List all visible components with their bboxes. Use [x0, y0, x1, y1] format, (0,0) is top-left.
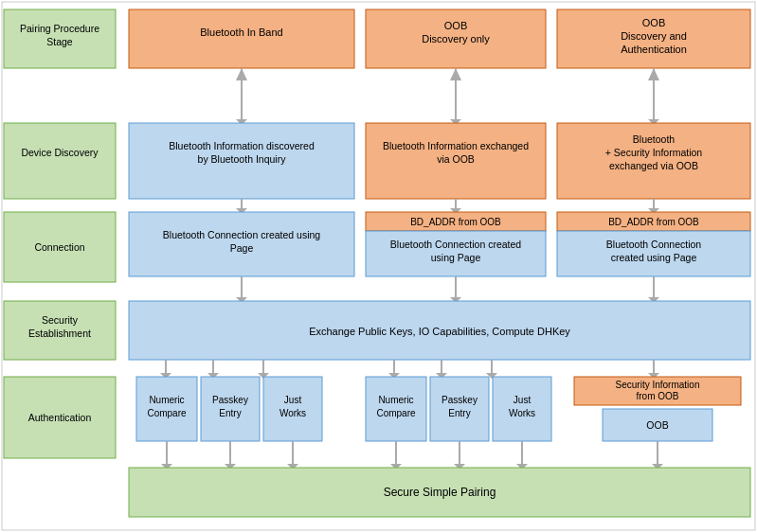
svg-text:Numeric: Numeric — [378, 395, 413, 405]
svg-text:OOB: OOB — [444, 20, 467, 31]
svg-text:Bluetooth Information discover: Bluetooth Information discovered — [169, 140, 315, 151]
svg-text:OOB: OOB — [646, 419, 668, 431]
svg-text:Bluetooth Connection: Bluetooth Connection — [606, 239, 702, 250]
svg-text:+ Security Information: + Security Information — [605, 147, 703, 158]
svg-text:BD_ADDR from OOB: BD_ADDR from OOB — [410, 217, 501, 227]
svg-text:from OOB: from OOB — [636, 391, 678, 401]
svg-text:Entry: Entry — [448, 408, 470, 418]
svg-text:Security: Security — [42, 314, 79, 326]
svg-text:Authentication: Authentication — [621, 44, 687, 55]
svg-text:Bluetooth Connection created: Bluetooth Connection created — [390, 239, 522, 250]
svg-text:Exchange Public Keys, IO Capab: Exchange Public Keys, IO Capabilities, C… — [309, 326, 570, 337]
svg-rect-12 — [129, 9, 354, 68]
svg-text:via OOB: via OOB — [437, 153, 475, 165]
svg-text:Establishment: Establishment — [28, 328, 91, 339]
svg-text:Discovery and: Discovery and — [621, 30, 687, 42]
svg-text:exchanged via OOB: exchanged via OOB — [609, 160, 698, 171]
svg-text:Page: Page — [230, 242, 254, 254]
svg-text:Passkey: Passkey — [442, 395, 478, 405]
diagram-svg: Pairing Procedure Stage Device Discovery… — [0, 0, 757, 532]
svg-text:Passkey: Passkey — [212, 395, 248, 405]
svg-text:Just: Just — [284, 395, 302, 405]
svg-text:Entry: Entry — [219, 408, 241, 418]
svg-text:Bluetooth: Bluetooth — [633, 133, 676, 145]
svg-text:Works: Works — [509, 408, 535, 418]
svg-rect-3 — [4, 123, 116, 199]
svg-text:Connection: Connection — [34, 241, 84, 253]
svg-text:Works: Works — [279, 408, 306, 418]
svg-text:OOB: OOB — [642, 17, 665, 28]
svg-text:Authentication: Authentication — [28, 412, 92, 423]
svg-text:by Bluetooth Inquiry: by Bluetooth Inquiry — [198, 153, 287, 165]
svg-text:Device Discovery: Device Discovery — [21, 147, 99, 158]
svg-text:Security Information: Security Information — [616, 380, 700, 390]
svg-text:Secure Simple Pairing: Secure Simple Pairing — [384, 486, 496, 499]
svg-text:Stage: Stage — [46, 36, 73, 47]
svg-text:Just: Just — [514, 395, 532, 405]
svg-text:BD_ADDR from OOB: BD_ADDR from OOB — [608, 217, 699, 227]
svg-text:Bluetooth In Band: Bluetooth In Band — [200, 27, 282, 38]
svg-text:Bluetooth Connection created u: Bluetooth Connection created using — [163, 229, 321, 240]
svg-text:Bluetooth Information exchange: Bluetooth Information exchanged — [383, 140, 529, 151]
svg-text:using Page: using Page — [431, 252, 481, 263]
svg-text:Pairing Procedure: Pairing Procedure — [20, 23, 99, 34]
svg-text:Compare: Compare — [147, 408, 187, 418]
svg-text:Discovery only: Discovery only — [422, 33, 490, 44]
diagram: Pairing Procedure Stage Device Discovery… — [0, 0, 757, 532]
svg-text:created using Page: created using Page — [611, 252, 697, 263]
svg-text:Numeric: Numeric — [149, 395, 184, 405]
svg-text:Compare: Compare — [376, 408, 416, 418]
